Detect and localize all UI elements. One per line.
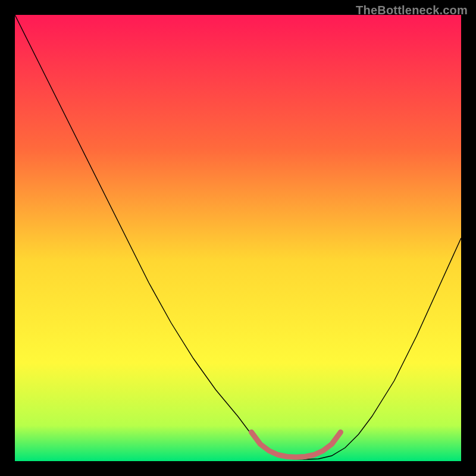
plot-background — [15, 15, 461, 461]
bottleneck-plot — [15, 15, 461, 461]
watermark-text: TheBottleneck.com — [356, 4, 468, 17]
chart-frame: TheBottleneck.com — [0, 0, 476, 476]
